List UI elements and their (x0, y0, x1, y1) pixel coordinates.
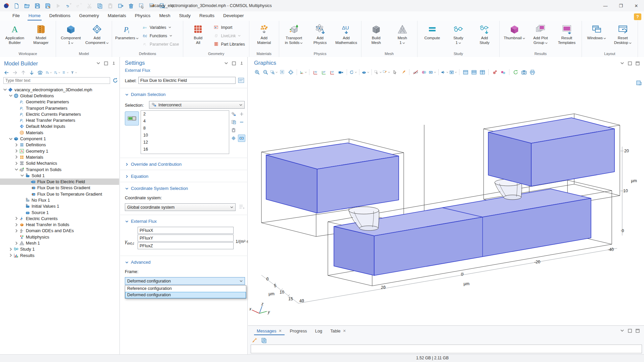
float-panel-icon[interactable] (104, 61, 108, 66)
reset-desktop-button[interactable]: ResetDesktop (610, 22, 636, 46)
chevron-collapsed-icon[interactable] (8, 247, 13, 252)
tree-item-heat-transfer-parameters[interactable]: PiHeat Transfer Parameters (0, 117, 119, 123)
component-1-button[interactable]: Component1 (58, 22, 84, 46)
tree-item-flux-due-to-electric-field[interactable]: Flux Due to Electric Field (0, 178, 119, 185)
select-entities-button[interactable] (391, 68, 398, 76)
go-to-view-button[interactable] (299, 68, 307, 76)
build-all-button[interactable]: BuildAll (185, 22, 211, 46)
print-button[interactable] (529, 68, 536, 76)
collapse-all-button[interactable] (54, 69, 60, 75)
paste-button[interactable] (107, 3, 113, 9)
livelink-button[interactable]: LiveLink (211, 32, 247, 40)
chevron-collapsed-icon[interactable] (14, 161, 19, 166)
remove-button[interactable] (238, 118, 245, 126)
component-box-1[interactable] (266, 143, 399, 213)
save-button[interactable] (35, 3, 40, 9)
flux-field-pfluxy[interactable] (138, 235, 234, 242)
chevron-expanded-icon[interactable] (3, 87, 7, 92)
float-panel-icon[interactable] (628, 61, 632, 66)
thumbnail-button[interactable]: Thumbnail (502, 22, 527, 41)
domain-list-item[interactable]: 16 (141, 146, 229, 153)
chevron-collapsed-icon[interactable] (14, 216, 19, 221)
window-settings-button[interactable] (449, 68, 457, 76)
domain-list-item[interactable]: 4 (141, 118, 229, 125)
chevron-collapsed-icon[interactable] (14, 149, 19, 153)
parameters-button[interactable]: PiParameters (114, 22, 140, 41)
dock-window-button[interactable] (462, 68, 469, 76)
chevron-expanded-icon[interactable] (20, 173, 24, 178)
create-selection-button[interactable] (230, 110, 237, 118)
panel-menu-icon[interactable] (224, 61, 229, 66)
domain-list-item[interactable]: 8 (141, 125, 229, 132)
tree-item-multiphysics[interactable]: Multiphysics (0, 234, 119, 240)
show-selection-button[interactable] (238, 135, 245, 142)
copy-selection-button[interactable] (230, 118, 237, 126)
zoom-out-button[interactable] (262, 68, 269, 76)
chevron-expanded-icon[interactable] (8, 93, 13, 98)
transport-in-solids-button[interactable]: Transportin Solids (281, 22, 307, 46)
close-button[interactable]: ✕ (629, 0, 644, 11)
menu-tab-file[interactable]: File (8, 11, 24, 21)
tree-item-default-model-inputs[interactable]: Default Model Inputs (0, 123, 119, 130)
scene-camera-button[interactable] (337, 68, 344, 76)
3d-model-plot[interactable] (248, 78, 644, 325)
add-mathematics-button[interactable]: ΔUAddMathematics (334, 22, 359, 46)
tree-item-transport-parameters[interactable]: PiTransport Parameters (0, 105, 119, 111)
zoom-in-button[interactable] (253, 68, 261, 76)
build-mesh-button[interactable]: BuildMesh (363, 22, 389, 46)
import-button[interactable]: Import (211, 23, 247, 32)
image-snapshot-button[interactable] (520, 68, 528, 76)
zoom-selected-button[interactable] (279, 68, 286, 76)
add-physics-button[interactable]: AddPhysics (307, 22, 333, 46)
float-panel-icon[interactable] (232, 61, 236, 66)
help-button[interactable]: ? (634, 13, 641, 20)
tree-item-initial-values-1[interactable]: DInitial Values 1 (0, 203, 119, 209)
update-scene-button[interactable] (512, 68, 519, 76)
split-vertical-button[interactable] (479, 68, 486, 76)
visibility-button[interactable] (429, 68, 436, 76)
menu-tab-geometry[interactable]: Geometry (75, 11, 103, 21)
domain-selection-list[interactable]: 248101216 (141, 110, 229, 154)
mesh-1-button[interactable]: Mesh1 (390, 22, 415, 46)
model-manager-button[interactable]: ModelManager (28, 22, 54, 46)
active-toggle-button[interactable] (125, 111, 139, 125)
domain-list-item[interactable]: 10 (141, 132, 229, 139)
show-name-icon[interactable] (238, 77, 245, 84)
tree-filter-input[interactable] (3, 77, 110, 84)
flux-field-pfluxz[interactable] (138, 242, 234, 249)
add-component-button[interactable]: AddComponent (84, 22, 110, 46)
parameter-case-button[interactable]: PiParameter Case (140, 40, 181, 48)
appearance-button[interactable] (362, 68, 369, 76)
selection-combobox[interactable]: Interconnect (149, 101, 245, 109)
move-down-button[interactable] (29, 69, 35, 75)
tree-item-materials[interactable]: Materials (0, 130, 119, 136)
menu-tab-mesh[interactable]: Mesh (155, 11, 175, 21)
model-tree-node-text-button[interactable] (62, 69, 68, 75)
view-yz-button[interactable]: yz (320, 68, 328, 76)
result-templates-button[interactable]: ResultTemplates (554, 22, 580, 46)
comsol-logo-button[interactable] (3, 3, 9, 9)
duplicate-button[interactable] (118, 3, 123, 9)
clear-entity-selection-button[interactable] (399, 68, 407, 76)
tab-log[interactable]: Log (312, 326, 326, 335)
split-horizontal-button[interactable] (470, 68, 478, 76)
tree-item-vacancy-electromigration-3dmodel-mph[interactable]: vacancy_electromigration_3Dmodel.mph (0, 87, 119, 93)
run-button[interactable] (55, 3, 61, 9)
chevron-collapsed-icon[interactable] (14, 222, 19, 227)
add-button[interactable] (238, 110, 245, 118)
tree-item-study-1[interactable]: Study 1 (0, 246, 119, 252)
select-region-button[interactable] (139, 3, 144, 9)
close-tab-icon[interactable]: ✕ (279, 329, 282, 333)
chevron-expanded-icon[interactable] (8, 137, 13, 141)
tree-item-definitions[interactable]: Definitions (0, 142, 119, 148)
zoom-to-selection-button[interactable] (230, 135, 237, 142)
tree-item-solid-mechanics[interactable]: Solid Mechanics (0, 160, 119, 166)
chevron-collapsed-icon[interactable] (14, 155, 19, 159)
menu-tab-developer[interactable]: Developer (219, 11, 248, 21)
application-builder-button[interactable]: AApplicationBuilder (2, 22, 28, 46)
tree-item-materials[interactable]: Materials (0, 154, 119, 160)
undo-button[interactable] (66, 3, 71, 9)
compute-button[interactable]: Compute (419, 22, 445, 41)
minimize-button[interactable]: — (598, 0, 613, 11)
tree-item-geometry-1[interactable]: AGeometry 1 (0, 148, 119, 154)
